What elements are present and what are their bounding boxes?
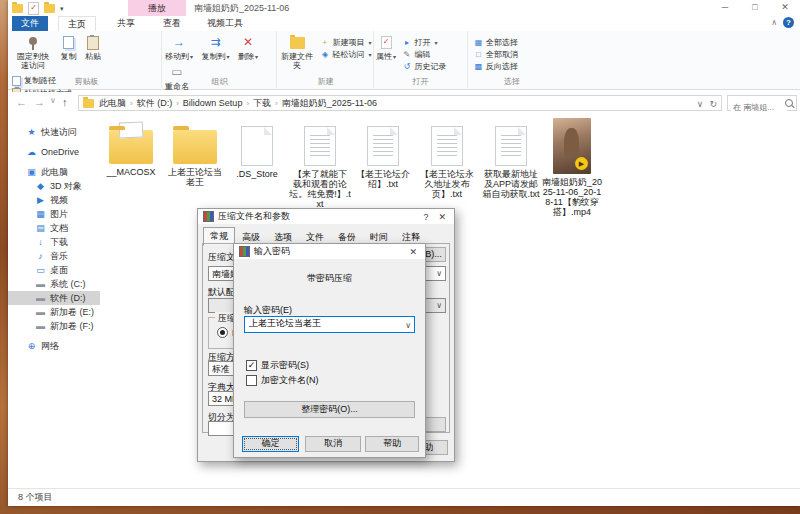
file-item[interactable]: 上老王论坛当老王 — [164, 118, 226, 187]
folder-icon[interactable] — [44, 4, 55, 13]
title-bar[interactable]: ✓ ▾ 播放 南墙姐奶奶_2025-11-06 ─ □ ✕ — [8, 0, 800, 16]
tab-video-tools[interactable]: 视频工具 — [198, 16, 252, 31]
breadcrumb-this-pc[interactable]: 此电脑 — [99, 97, 126, 110]
invert-selection-button[interactable]: ▩反向选择 — [474, 62, 518, 72]
new-folder-button[interactable]: 新建文件夹 — [278, 33, 316, 71]
up-icon[interactable]: ↑ — [62, 96, 68, 108]
easy-access-button[interactable]: ◈轻松访问▾ — [320, 50, 371, 60]
select-none-button[interactable]: □全部取消 — [474, 50, 518, 60]
sidebar-item-network[interactable]: ⊕网络 — [8, 339, 100, 353]
forward-icon[interactable]: → — [34, 96, 45, 108]
sidebar-item-music[interactable]: ♪音乐 — [8, 249, 100, 263]
sidebar-item-desktop[interactable]: ▭桌面 — [8, 263, 100, 277]
properties-button[interactable]: ✓ 属性▾ — [374, 33, 398, 63]
search-input[interactable] — [731, 101, 787, 115]
qat-dropdown-icon[interactable]: ▾ — [60, 5, 64, 13]
radio-icon[interactable] — [217, 327, 228, 338]
copy-to-button[interactable]: ⇉ 复制到▾ — [199, 33, 231, 63]
checkbox-unchecked-icon[interactable] — [246, 375, 257, 386]
collapse-ribbon-icon[interactable]: ∧ — [771, 18, 777, 27]
folder-icon[interactable] — [12, 4, 23, 13]
rar-dialog-titlebar[interactable]: 压缩文件名和参数 ? ✕ — [198, 209, 454, 224]
dialog-close-icon[interactable]: ✕ — [406, 247, 420, 257]
sidebar-item-onedrive[interactable]: ☁OneDrive — [8, 145, 100, 159]
pin-to-quick-access-button[interactable]: 固定到快速访问 — [12, 33, 54, 71]
address-dropdown-icon[interactable]: ∨ — [697, 99, 704, 109]
open-button[interactable]: ▸打开▾ — [402, 38, 446, 48]
sidebar-item-downloads[interactable]: ↓下载 — [8, 235, 100, 249]
refresh-icon[interactable]: ↻ — [709, 99, 717, 109]
organize-passwords-button[interactable]: 整理密码(O)... — [244, 401, 415, 418]
password-input[interactable] — [249, 318, 400, 328]
properties-check-icon[interactable]: ✓ — [28, 2, 39, 15]
breadcrumb-bilidown[interactable]: Bilidown Setup — [183, 98, 243, 108]
sidebar-item-drive-e[interactable]: ▬新加卷 (E:) — [8, 305, 100, 319]
history-button[interactable]: ↺历史记录 — [402, 62, 446, 72]
copy-button[interactable]: 复制 — [58, 33, 78, 62]
breadcrumb-downloads[interactable]: 下载 — [253, 97, 271, 110]
tab-share[interactable]: 共享 — [108, 16, 144, 31]
properties-icon: ✓ — [381, 36, 392, 49]
file-item[interactable]: ▶ 南墙姐奶奶_2025-11-06_20-18-11【豹纹穿搭】.mp4 — [541, 118, 603, 217]
sidebar-item-pictures[interactable]: ▦图片 — [8, 207, 100, 221]
password-combo[interactable]: ∨ — [244, 316, 415, 333]
sidebar-item-documents[interactable]: ▤文档 — [8, 221, 100, 235]
encrypt-filenames-option[interactable]: 加密文件名(N) — [246, 374, 319, 387]
edit-button[interactable]: ✎编辑 — [402, 50, 446, 60]
folder-with-content-icon — [109, 130, 153, 164]
address-box[interactable]: 此电脑› 软件 (D:)› Bilidown Setup› 下载› 南墙姐奶奶_… — [78, 95, 722, 111]
move-to-button[interactable]: → 移动到▾ — [163, 33, 195, 63]
help-icon[interactable]: ? — [783, 17, 794, 28]
back-icon[interactable]: ← — [16, 96, 27, 108]
sidebar-item-3d-objects[interactable]: ◆3D 对象 — [8, 179, 100, 193]
breadcrumb-current-folder[interactable]: 南墙姐奶奶_2025-11-06 — [282, 97, 377, 110]
select-none-icon: □ — [474, 50, 483, 60]
delete-button[interactable]: ✕ 删除▾ — [236, 33, 260, 63]
tab-file[interactable]: 文件 — [12, 16, 48, 31]
copy-to-icon: ⇉ — [210, 34, 220, 51]
ribbon-group-organize: → 移动到▾ ⇉ 复制到▾ ✕ 删除▾ ▭ 重命名 组织 — [163, 31, 277, 88]
recent-locations-icon[interactable]: ∨ — [50, 96, 56, 105]
maximize-button[interactable]: □ — [740, 0, 770, 16]
sidebar-item-drive-f[interactable]: ▬新加卷 (F:) — [8, 319, 100, 333]
tab-home[interactable]: 主页 — [58, 16, 96, 32]
search-box[interactable] — [727, 95, 797, 111]
cloud-icon: ☁ — [26, 145, 37, 159]
chevron-down-icon[interactable]: ∨ — [436, 299, 442, 313]
sidebar-item-drive-d[interactable]: ▬软件 (D:) — [8, 291, 100, 305]
dialog-help-icon[interactable]: ? — [420, 212, 431, 222]
sidebar-item-drive-c[interactable]: ▬系统 (C:) — [8, 277, 100, 291]
sidebar-item-this-pc[interactable]: ▣此电脑 — [8, 165, 100, 179]
group-label-select: 选择 — [468, 76, 556, 87]
new-item-button[interactable]: +新建项目▾ — [320, 38, 371, 48]
show-password-option[interactable]: ✓ 显示密码(S) — [246, 359, 309, 372]
folder-icon — [173, 130, 217, 164]
password-dialog-titlebar[interactable]: 输入密码 ✕ — [234, 244, 425, 259]
cancel-button[interactable]: 取消 — [305, 436, 361, 452]
sidebar-item-quick-access[interactable]: ★快速访问 — [8, 125, 100, 139]
file-name: 【老王论坛介绍】.txt — [352, 169, 414, 189]
sidebar-item-videos[interactable]: ▶视频 — [8, 193, 100, 207]
minimize-button[interactable]: ─ — [710, 0, 740, 16]
file-item[interactable]: 【老王论坛永久地址发布页】.txt — [416, 118, 478, 199]
file-item[interactable]: 【来了就能下载和观看的论坛。纯免费!】.txt — [289, 118, 351, 209]
pwd-help-button[interactable]: 帮助 — [365, 436, 419, 452]
select-all-button[interactable]: ▦全部选择 — [474, 38, 518, 48]
paste-button[interactable]: 粘贴 — [83, 33, 103, 62]
contextual-tab-play[interactable]: 播放 — [128, 0, 186, 16]
file-item[interactable]: 获取最新地址及APP请发邮箱自动获取.txt — [480, 118, 542, 199]
close-button[interactable]: ✕ — [770, 0, 800, 16]
tab-view[interactable]: 查看 — [154, 16, 190, 31]
dialog-close-icon[interactable]: ✕ — [435, 212, 449, 222]
checkbox-checked-icon[interactable]: ✓ — [246, 360, 257, 371]
chevron-down-icon[interactable]: ∨ — [436, 267, 442, 281]
chevron-down-icon[interactable]: ∨ — [405, 319, 411, 333]
ok-button[interactable]: 确定 — [242, 436, 299, 452]
breadcrumb-drive-d[interactable]: 软件 (D:) — [137, 97, 173, 110]
group-label-open: 打开 — [374, 76, 467, 87]
ribbon-group-clipboard: 固定到快速访问 复制 粘贴 复制路径 粘贴快捷方式 ✂剪切 剪贴板 — [12, 31, 162, 88]
file-item[interactable]: __MACOSX — [100, 118, 162, 177]
paste-label: 粘贴 — [85, 52, 101, 61]
file-item[interactable]: .DS_Store — [226, 118, 288, 179]
file-item[interactable]: 【老王论坛介绍】.txt — [352, 118, 414, 189]
